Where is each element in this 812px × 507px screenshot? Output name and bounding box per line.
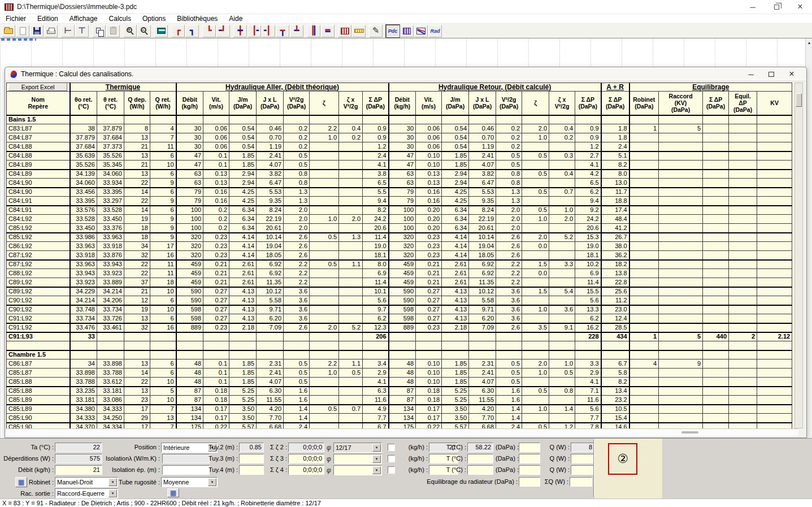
minimize-button[interactable]: ─	[741, 0, 765, 14]
table-cell	[659, 161, 703, 170]
menu-item-edition[interactable]: Edition	[32, 14, 64, 24]
table-horizontal-scrollbar[interactable]	[6, 428, 798, 436]
diametre3-dropdown[interactable]: ▼	[333, 454, 382, 464]
export-cell: Export Excel	[7, 83, 70, 92]
calculator-icon[interactable]	[154, 25, 168, 37]
kgh4-checkbox[interactable]	[388, 466, 395, 474]
dapa3-field[interactable]	[519, 454, 540, 463]
table-cell	[757, 414, 792, 423]
table-cell: 9.35	[469, 197, 496, 206]
close-button[interactable]: ×	[788, 0, 812, 14]
table-cell: 7.70	[257, 414, 284, 423]
table-cell	[729, 215, 757, 224]
table-cell	[659, 233, 703, 242]
pipe-tee-left-icon[interactable]: ┃╸	[262, 25, 275, 37]
menu-item-aide[interactable]: Aide	[223, 14, 248, 24]
sigma-q-field[interactable]	[570, 477, 592, 487]
insert-column-icon[interactable]: ⊢	[61, 25, 75, 37]
radiator-view-icon[interactable]	[400, 25, 414, 37]
pipe-cross-icon[interactable]: ╋━	[233, 25, 247, 37]
table-cell: 63	[176, 170, 203, 179]
pipe-tee-down-icon[interactable]: ━╻	[276, 25, 289, 37]
pipe-tee-up-icon[interactable]: ━╹	[290, 25, 303, 37]
sigma-zeta3-field[interactable]: 0;0;0;0	[288, 454, 324, 463]
table-cell: 33.923	[70, 278, 97, 287]
menu-item-affichage[interactable]: Affichage	[64, 14, 103, 24]
kgh2-checkbox[interactable]	[388, 444, 395, 451]
table-cell: 3.6	[496, 296, 522, 305]
open-icon[interactable]	[2, 25, 15, 37]
dapa2-field[interactable]	[519, 443, 540, 452]
new-document-icon[interactable]	[16, 25, 29, 37]
diametre2-dropdown[interactable]: 12/17 ▼	[333, 443, 382, 453]
chevron-down-icon[interactable]: ▼	[372, 466, 381, 474]
dapa4-field[interactable]	[519, 465, 540, 475]
q3-field[interactable]	[571, 454, 594, 463]
table-cell: 2.0	[310, 323, 339, 332]
table-cell: 590	[389, 287, 416, 296]
scrollbar-thumb[interactable]	[681, 431, 698, 434]
table-cell: 3.6	[284, 287, 310, 296]
zoom-out-icon[interactable]: −	[137, 25, 151, 37]
chevron-down-icon[interactable]: ▼	[372, 455, 381, 463]
table-cell: 0.06	[416, 124, 442, 133]
rad-view-button[interactable]: Rad	[428, 25, 442, 37]
tube-rugosite-dropdown[interactable]: Moyenne ▼	[161, 477, 218, 487]
print-icon[interactable]	[44, 25, 58, 37]
child-minimize-button[interactable]: ─	[741, 68, 761, 80]
t3-field[interactable]	[467, 454, 493, 463]
pipe-parallel-horizontal-icon[interactable]: ━━	[321, 25, 335, 37]
sigma-zeta4-field[interactable]: 0;0;0;0	[288, 465, 324, 475]
chevron-down-icon[interactable]: ▼	[108, 489, 117, 497]
table-vertical-scrollbar[interactable]	[794, 83, 803, 428]
child-close-button[interactable]: ×	[781, 68, 802, 80]
pipe-tee-right-icon[interactable]: ┃╺	[247, 25, 261, 37]
zoom-in-icon[interactable]: +	[123, 25, 137, 37]
table-cell: 2.0	[496, 224, 522, 233]
chevron-down-icon[interactable]: ▼	[208, 478, 216, 486]
table-cell	[229, 332, 257, 341]
equilibrage-label: Equilibrage du radiateur (DaPa) :	[418, 478, 518, 485]
table-cell	[150, 115, 176, 124]
table-cell: 8.24	[257, 206, 284, 215]
kgh3-checkbox[interactable]	[388, 455, 395, 462]
t2-field[interactable]: 58.22	[467, 443, 493, 452]
table-cell	[659, 378, 703, 387]
insert-row-icon[interactable]: ⊤	[75, 25, 89, 37]
pipes-table: Export ExcelThermiqueHydraulique Aller, …	[6, 83, 792, 428]
copy-icon[interactable]	[92, 25, 106, 37]
chart-view-icon[interactable]	[414, 25, 428, 37]
q2-field[interactable]: 8	[571, 443, 594, 452]
scroll-up-icon[interactable]: ▲	[806, 38, 812, 46]
pipe-elbow-two-tone-icon[interactable]: ┛╸	[216, 25, 230, 37]
equilibrage-field[interactable]	[519, 477, 540, 487]
menu-item-options[interactable]: Options	[137, 14, 171, 24]
paste-icon[interactable]	[106, 25, 120, 37]
q4-field[interactable]	[571, 465, 594, 475]
table-cell	[629, 350, 659, 359]
menu-item-bibliothèques[interactable]: Bibliothèques	[171, 14, 223, 24]
rac-sortie-dropdown[interactable]: Raccord-Equerre ▼	[55, 488, 118, 499]
table-cell: 47	[176, 151, 203, 161]
menu-item-calculs[interactable]: Calculs	[103, 14, 137, 24]
t4-field[interactable]	[467, 465, 493, 475]
pipe-elbow-up-right-red-icon[interactable]: ┗	[202, 25, 216, 37]
scrollbar-thumb[interactable]	[796, 93, 802, 107]
pipe-elbow-down-left-blue-icon[interactable]: ┓	[185, 25, 199, 37]
restore-button[interactable]	[765, 0, 788, 14]
diametre4-dropdown[interactable]: ▼	[333, 465, 382, 475]
radiator-red-icon[interactable]	[338, 25, 351, 37]
menu-item-fichier[interactable]: Fichier	[0, 14, 32, 24]
table-cell: 30	[389, 133, 416, 142]
chevron-down-icon[interactable]: ▼	[372, 444, 381, 452]
pipe-parallel-vertical-icon[interactable]: ┃┃	[307, 25, 320, 37]
export-excel-button[interactable]: Export Excel	[8, 83, 67, 91]
pipe-elbow-down-right-red-icon[interactable]: ┏	[171, 25, 185, 37]
brush-icon[interactable]: ✎	[369, 25, 383, 37]
pdc-view-button[interactable]: Pdc	[386, 25, 400, 37]
child-maximize-button[interactable]	[761, 68, 781, 80]
tube-list-button[interactable]: ▦	[167, 488, 179, 497]
sigma-zeta2-field[interactable]: 0;0;0;0	[288, 443, 324, 452]
ruler-icon[interactable]	[352, 25, 366, 37]
save-icon[interactable]	[30, 25, 44, 37]
